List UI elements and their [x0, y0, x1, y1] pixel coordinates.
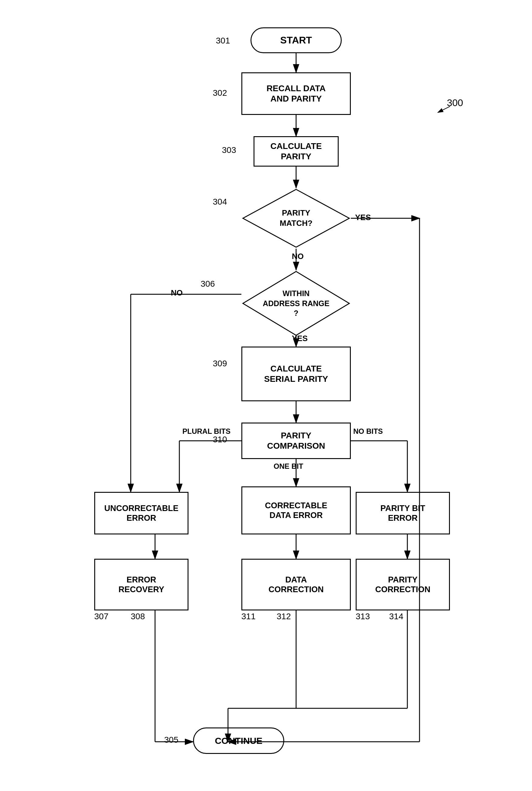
ref-312: 312: [277, 612, 291, 621]
parity-bit-error-node: PARITY BIT ERROR: [356, 492, 450, 535]
ref-314: 314: [389, 612, 403, 621]
within-address-range-diamond: WITHIN ADDRESS RANGE ?: [241, 270, 351, 337]
uncorrectable-error-node: UNCORRECTABLE ERROR: [94, 492, 189, 535]
recall-data-node: RECALL DATA AND PARITY: [241, 72, 351, 115]
yes-label-2: YES: [292, 334, 308, 343]
no-bits-label: NO BITS: [353, 427, 383, 436]
ref-308: 308: [131, 612, 145, 621]
ref-305: 305: [164, 735, 178, 745]
ref-304: 304: [213, 197, 227, 207]
start-node: START: [250, 27, 342, 53]
calculate-parity-node: CALCULATE PARITY: [253, 136, 339, 167]
ref-310: 310: [213, 435, 227, 444]
ref-311: 311: [241, 612, 256, 621]
error-recovery-node: ERROR RECOVERY: [94, 559, 189, 611]
calculate-serial-parity-node: CALCULATE SERIAL PARITY: [241, 347, 351, 401]
flowchart-diagram: 300 START 301 RECALL DATA AND PARITY 302…: [0, 0, 532, 791]
plural-bits-label: PLURAL BITS: [183, 427, 230, 436]
no-label-1: NO: [292, 252, 304, 261]
data-correction-node: DATA CORRECTION: [241, 559, 351, 611]
ref-309: 309: [213, 359, 227, 368]
ref-306: 306: [201, 279, 215, 289]
ref-307: 307: [94, 612, 109, 621]
ref-303: 303: [222, 145, 236, 155]
ref-313: 313: [356, 612, 370, 621]
parity-correction-node: PARITY CORRECTION: [356, 559, 450, 611]
correctable-data-error-node: CORRECTABLE DATA ERROR: [241, 486, 351, 535]
continue-node: CONTINUE: [193, 728, 284, 754]
ref-301: 301: [216, 36, 230, 45]
ref300-arrow: [435, 103, 453, 116]
svg-line-27: [438, 107, 450, 113]
parity-match-diamond: PARITY MATCH?: [241, 188, 351, 249]
ref-302: 302: [213, 88, 227, 98]
yes-label-1: YES: [355, 213, 371, 222]
no-label-2: NO: [171, 288, 183, 297]
one-bit-label: ONE BIT: [273, 462, 303, 470]
parity-comparison-node: PARITY COMPARISON: [241, 423, 351, 459]
